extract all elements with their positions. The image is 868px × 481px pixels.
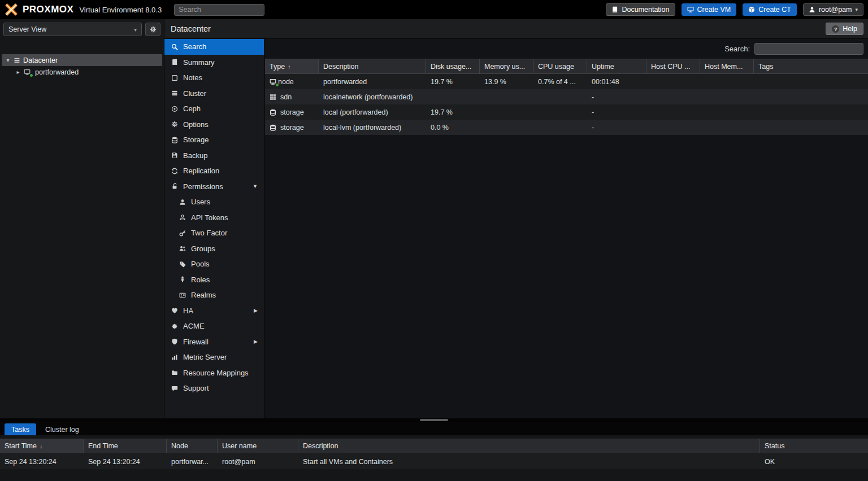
cell-cpu-usage — [533, 120, 587, 135]
nav-item-storage[interactable]: Storage — [164, 132, 264, 148]
cell-disk-usage — [426, 89, 480, 104]
nav-item-permissions[interactable]: Permissions ▼ — [164, 179, 264, 195]
chevron-down-icon: ▾ — [855, 7, 858, 12]
column-header-node[interactable]: Node — [167, 439, 218, 453]
chevron-right-icon[interactable]: ▶ — [254, 339, 258, 344]
nav-item-pools[interactable]: Pools — [164, 256, 264, 272]
cell-host-mem — [700, 120, 754, 135]
column-label: User name — [222, 442, 257, 450]
view-selector[interactable]: Server View ▾ — [3, 23, 142, 36]
column-header-memory-usage[interactable]: Memory us... — [480, 59, 533, 73]
column-label: Start Time — [5, 442, 37, 450]
help-label: Help — [843, 25, 857, 33]
cell-memory-usage — [480, 104, 533, 120]
tag-icon — [179, 261, 186, 268]
cell-cpu-usage — [533, 104, 587, 120]
column-label: Type — [270, 63, 285, 71]
nav-item-firewall[interactable]: Firewall ▶ — [164, 334, 264, 350]
tree-expand-icon[interactable]: ▸ — [15, 69, 21, 75]
tab-cluster-log[interactable]: Cluster log — [38, 423, 86, 435]
cell-type: storage — [265, 104, 319, 120]
column-header-description[interactable]: Description — [298, 439, 760, 453]
nav-item-users[interactable]: Users — [164, 194, 264, 210]
documentation-button[interactable]: Documentation — [606, 3, 675, 16]
tab-tasks[interactable]: Tasks — [5, 423, 36, 435]
column-label: Disk usage... — [431, 63, 471, 71]
nav-item-search[interactable]: Search — [164, 39, 264, 55]
nav-item-notes[interactable]: Notes — [164, 70, 264, 86]
column-header-end-time[interactable]: End Time — [84, 439, 167, 453]
node-online-icon — [24, 68, 32, 76]
column-header-description[interactable]: Description — [319, 59, 426, 73]
tree-expand-icon[interactable]: ▾ — [5, 57, 11, 63]
column-header-user-name[interactable]: User name — [218, 439, 298, 453]
nav-item-label: Summary — [183, 58, 215, 67]
create-ct-label: Create CT — [758, 6, 791, 14]
tree-item-datacenter[interactable]: ▾ Datacenter — [2, 54, 162, 66]
column-header-start-time[interactable]: Start Time ↓ — [0, 439, 84, 453]
nav-item-summary[interactable]: Summary — [164, 55, 264, 71]
key-icon — [179, 230, 186, 237]
nav-item-metric-server[interactable]: Metric Server — [164, 349, 264, 365]
heart-icon — [171, 307, 178, 314]
nav-item-label: Replication — [183, 167, 219, 175]
nav-item-backup[interactable]: Backup — [164, 148, 264, 164]
table-row[interactable]: storage local (portforwarded) 19.7 % - — [265, 104, 868, 120]
cell-host-cpu — [646, 120, 700, 135]
person-icon — [179, 276, 186, 283]
column-header-disk-usage[interactable]: Disk usage... — [426, 59, 480, 73]
nav-item-two-factor[interactable]: Two Factor — [164, 225, 264, 241]
nav-item-acme[interactable]: ACME — [164, 318, 264, 334]
brand-wordmark: PROXMOX — [23, 4, 73, 15]
cell-status: OK — [760, 454, 868, 469]
create-ct-button[interactable]: Create CT — [743, 3, 797, 16]
nav-item-replication[interactable]: Replication — [164, 163, 264, 179]
column-header-host-cpu[interactable]: Host CPU ... — [646, 59, 700, 73]
column-label: Memory us... — [484, 63, 525, 71]
cell-type: node — [265, 74, 319, 89]
column-header-tags[interactable]: Tags — [754, 59, 868, 73]
table-row[interactable]: storage local-lvm (portforwarded) 0.0 % … — [265, 120, 868, 135]
splitter-handle-icon[interactable] — [420, 419, 448, 421]
storage-icon — [270, 109, 276, 116]
tree-item-node[interactable]: ▸ portforwarded — [2, 66, 162, 78]
column-header-type[interactable]: Type ↑ — [265, 59, 319, 73]
nav-item-label: Ceph — [183, 104, 201, 113]
bar-chart-icon — [171, 354, 178, 361]
nav-item-label: Metric Server — [183, 353, 227, 361]
chevron-down-icon: ▾ — [134, 27, 137, 33]
nav-item-realms[interactable]: Realms — [164, 287, 264, 303]
nav-item-resource-mappings[interactable]: Resource Mappings — [164, 365, 264, 381]
sidebar-settings-button[interactable] — [145, 23, 160, 36]
cell-tags — [754, 120, 868, 135]
create-vm-button[interactable]: Create VM — [682, 3, 737, 16]
cell-description: portforwarded — [319, 74, 426, 89]
nav-item-api-tokens[interactable]: API Tokens — [164, 210, 264, 226]
cell-tags — [754, 89, 868, 104]
nav-item-options[interactable]: Options — [164, 117, 264, 133]
column-header-cpu-usage[interactable]: CPU usage — [533, 59, 587, 73]
column-header-status[interactable]: Status — [760, 439, 868, 453]
help-button[interactable]: ? Help — [826, 23, 863, 35]
resource-tree: ▾ Datacenter ▸ portforwarded — [0, 54, 164, 78]
nav-item-support[interactable]: Support — [164, 381, 264, 396]
nav-item-groups[interactable]: Groups — [164, 241, 264, 257]
column-header-host-mem[interactable]: Host Mem... — [700, 59, 754, 73]
nav-item-ha[interactable]: HA ▶ — [164, 303, 264, 319]
nav-item-roles[interactable]: Roles — [164, 272, 264, 288]
resource-search-input[interactable] — [754, 43, 863, 55]
global-search-input[interactable] — [174, 4, 264, 16]
chevron-right-icon[interactable]: ▶ — [254, 308, 258, 313]
tree-item-label: portforwarded — [35, 68, 79, 76]
cell-uptime: - — [587, 104, 646, 120]
nav-item-cluster[interactable]: Cluster — [164, 86, 264, 102]
table-row[interactable]: node portforwarded 19.7 % 13.9 % 0.7% of… — [265, 74, 868, 89]
user-menu-button[interactable]: root@pam ▾ — [803, 3, 863, 16]
nav-item-label: Pools — [191, 260, 210, 268]
table-row[interactable]: sdn localnetwork (portforwarded) - — [265, 89, 868, 104]
nav-item-ceph[interactable]: Ceph — [164, 101, 264, 117]
column-header-uptime[interactable]: Uptime — [587, 59, 646, 73]
question-icon: ? — [832, 25, 839, 33]
task-row[interactable]: Sep 24 13:20:24 Sep 24 13:20:24 portforw… — [0, 454, 868, 469]
chevron-down-icon[interactable]: ▼ — [253, 183, 258, 189]
